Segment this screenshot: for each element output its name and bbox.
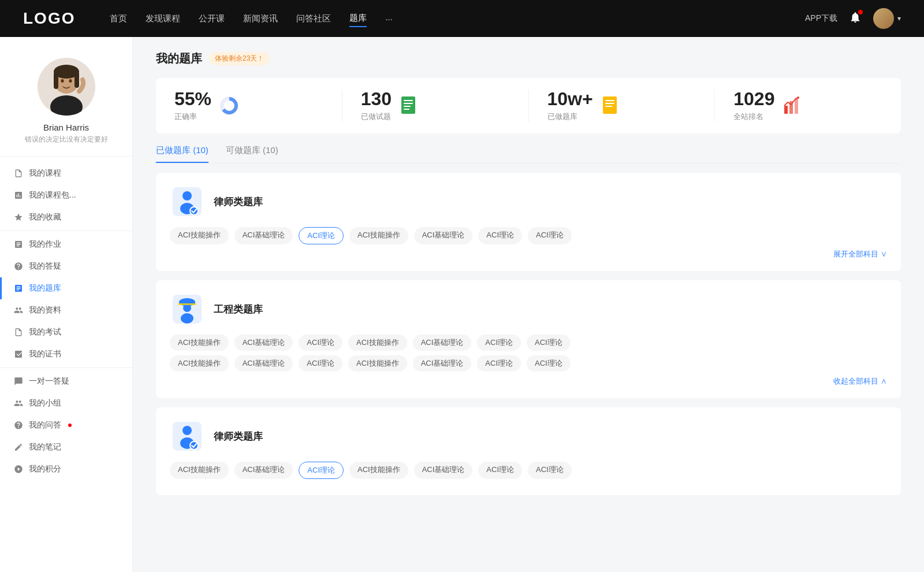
tag-lawyer1-6[interactable]: ACI理论 (528, 227, 572, 244)
tabs-row: 已做题库 (10) 可做题库 (10) (156, 145, 901, 164)
tag-lawyer2-2[interactable]: ACI理论 (299, 462, 344, 479)
tag-eng-r2-2[interactable]: ACI理论 (299, 355, 342, 372)
bank-title-lawyer-2: 律师类题库 (214, 430, 263, 443)
sidebar-item-exam[interactable]: 我的考试 (0, 321, 132, 343)
sidebar-item-group[interactable]: 我的小组 (0, 392, 132, 414)
donetests-icon (398, 95, 420, 117)
expand-btn-lawyer-1[interactable]: 展开全部科目 ∨ (170, 249, 887, 259)
notes-icon (14, 443, 23, 452)
tag-lawyer1-4[interactable]: ACI基础理论 (414, 227, 473, 244)
main-content: 我的题库 体验剩余23天！ 55% 正确率 (133, 37, 924, 572)
tag-lawyer2-4[interactable]: ACI基础理论 (414, 462, 473, 479)
stat-ranking: 1029 全站排名 (715, 90, 901, 122)
svg-point-9 (224, 101, 234, 111)
donebanks-icon (600, 95, 622, 117)
tag-lawyer1-3[interactable]: ACI技能操作 (349, 227, 408, 244)
nav-home[interactable]: 首页 (110, 11, 127, 27)
bank-icon (14, 284, 23, 293)
svg-rect-32 (178, 303, 196, 305)
star-icon (14, 213, 23, 222)
tags-row-lawyer-2: ACI技能操作 ACI基础理论 ACI理论 ACI技能操作 ACI基础理论 AC… (170, 462, 887, 479)
nav-bank[interactable]: 题库 (349, 10, 367, 27)
stat-value-correctrate: 55% (174, 90, 211, 108)
points-icon (14, 465, 23, 474)
app-download-button[interactable]: APP下载 (805, 13, 837, 24)
tag-eng-r2-0[interactable]: ACI技能操作 (170, 355, 229, 372)
nav-more[interactable]: ··· (385, 12, 393, 26)
notification-bell[interactable] (849, 11, 862, 26)
tag-lawyer1-5[interactable]: ACI理论 (478, 227, 522, 244)
tag-eng-r1-3[interactable]: ACI技能操作 (348, 335, 407, 351)
profile-avatar-image (38, 58, 95, 116)
homework-icon (14, 240, 23, 249)
sidebar: Brian Harris 错误的决定比没有决定要好 我的课程 我的课程包... (0, 37, 133, 572)
sidebar-item-notes[interactable]: 我的笔记 (0, 436, 132, 458)
notification-badge (858, 10, 863, 14)
avatar (873, 8, 894, 29)
tag-eng-r1-0[interactable]: ACI技能操作 (170, 335, 229, 351)
sidebar-item-certificate[interactable]: 我的证书 (0, 343, 132, 365)
tag-lawyer1-1[interactable]: ACI基础理论 (234, 227, 293, 244)
tag-eng-r1-5[interactable]: ACI理论 (477, 335, 521, 351)
sidebar-item-questions[interactable]: 我的问答 (0, 414, 132, 436)
svg-rect-15 (603, 96, 617, 114)
tag-eng-r1-6[interactable]: ACI理论 (527, 335, 571, 351)
tag-eng-r2-4[interactable]: ACI基础理论 (413, 355, 472, 372)
tag-eng-r2-6[interactable]: ACI理论 (527, 355, 571, 372)
sidebar-item-bank[interactable]: 我的题库 (0, 277, 132, 299)
sidebar-item-homework[interactable]: 我的作业 (0, 233, 132, 255)
sidebar-item-qa[interactable]: 我的答疑 (0, 255, 132, 277)
tag-eng-r2-3[interactable]: ACI技能操作 (348, 355, 407, 372)
tag-lawyer2-0[interactable]: ACI技能操作 (170, 462, 229, 479)
main-nav: 首页 发现课程 公开课 新闻资讯 问答社区 题库 ··· (110, 10, 805, 27)
bank-card-engineer: 工程类题库 ACI技能操作 ACI基础理论 ACI理论 ACI技能操作 ACI基… (156, 280, 901, 398)
lawyer-icon-2 (170, 419, 204, 454)
tag-lawyer1-2[interactable]: ACI理论 (299, 227, 344, 244)
svg-rect-10 (401, 96, 415, 114)
tag-lawyer1-0[interactable]: ACI技能操作 (170, 227, 229, 244)
sidebar-item-points[interactable]: 我的积分 (0, 458, 132, 480)
svg-rect-12 (404, 103, 413, 104)
bank-title-lawyer-1: 律师类题库 (214, 195, 263, 209)
sidebar-item-favorites[interactable]: 我的收藏 (0, 206, 132, 228)
profile-name: Brian Harris (43, 122, 89, 132)
pie-chart-icon (219, 95, 240, 116)
nav-discover[interactable]: 发现课程 (146, 11, 180, 27)
menu-divider-1 (0, 231, 132, 231)
stat-text-ranking: 1029 全站排名 (733, 90, 774, 122)
svg-rect-13 (404, 106, 411, 107)
tag-eng-r2-1[interactable]: ACI基础理论 (234, 355, 293, 372)
stat-label-correctrate: 正确率 (174, 112, 211, 122)
sidebar-item-1to1[interactable]: 一对一答疑 (0, 370, 132, 392)
tag-lawyer2-6[interactable]: ACI理论 (528, 462, 572, 479)
nav-news[interactable]: 新闻资讯 (243, 11, 278, 27)
svg-point-31 (181, 313, 193, 324)
nav-opencourse[interactable]: 公开课 (199, 11, 225, 27)
sidebar-item-profile[interactable]: 我的资料 (0, 299, 132, 321)
chart-red-icon (782, 95, 803, 116)
bank-card-header-lawyer-1: 律师类题库 (170, 184, 887, 219)
tab-available[interactable]: 可做题库 (10) (226, 145, 278, 163)
sidebar-item-course[interactable]: 我的课程 (0, 162, 132, 184)
tag-eng-r1-2[interactable]: ACI理论 (299, 335, 342, 351)
sidebar-item-course-pkg[interactable]: 我的课程包... (0, 184, 132, 206)
tag-lawyer2-3[interactable]: ACI技能操作 (349, 462, 408, 479)
tag-eng-r2-5[interactable]: ACI理论 (477, 355, 521, 372)
page-header: 我的题库 体验剩余23天！ (156, 51, 901, 66)
main-layout: Brian Harris 错误的决定比没有决定要好 我的课程 我的课程包... (0, 37, 924, 572)
tab-done[interactable]: 已做题库 (10) (156, 145, 208, 163)
collapse-btn-engineer[interactable]: 收起全部科目 ∧ (170, 376, 887, 387)
svg-point-24 (182, 191, 192, 200)
tags-row-engineer-1: ACI技能操作 ACI基础理论 ACI理论 ACI技能操作 ACI基础理论 AC… (170, 335, 887, 351)
bank-title-engineer: 工程类题库 (214, 303, 263, 316)
user-avatar-area[interactable]: ▾ (873, 8, 901, 29)
nav-qa[interactable]: 问答社区 (296, 11, 331, 27)
course-pkg-icon (14, 191, 23, 200)
bank-card-lawyer-2: 律师类题库 ACI技能操作 ACI基础理论 ACI理论 ACI技能操作 ACI基… (156, 407, 901, 495)
tag-lawyer2-5[interactable]: ACI理论 (478, 462, 522, 479)
tag-eng-r1-1[interactable]: ACI基础理论 (234, 335, 293, 351)
bank-card-header-lawyer-2: 律师类题库 (170, 419, 887, 454)
tag-eng-r1-4[interactable]: ACI基础理论 (413, 335, 472, 351)
group-icon (14, 399, 23, 408)
tag-lawyer2-1[interactable]: ACI基础理论 (234, 462, 293, 479)
